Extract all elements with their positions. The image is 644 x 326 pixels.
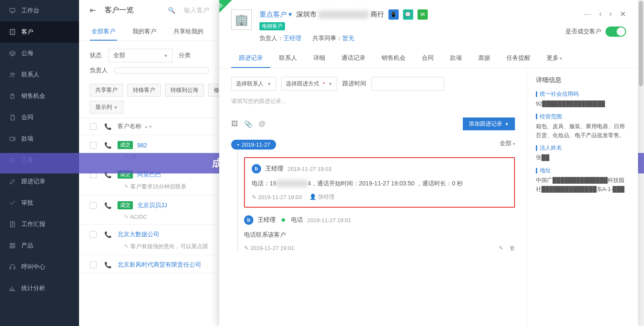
ptab-task[interactable]: 任务提醒 xyxy=(499,49,538,68)
contact-select[interactable]: 选择联系人▼ xyxy=(231,77,276,91)
attach-file-icon[interactable]: 📎 xyxy=(244,120,253,128)
customer-tag-select[interactable]: 重点客户 ▾ xyxy=(259,10,292,19)
customer-detail-panel: 成交 🏢 重点客户 ▾ 深圳市██████████商行 📱 💬 ✉ 电销客户 负… xyxy=(219,0,638,326)
timeline: 全部 2019-11-27 b 王经理 2019-11-27 19:03 电话：… xyxy=(231,140,515,251)
next-icon[interactable]: › xyxy=(609,9,612,19)
attach-at-icon[interactable]: @ xyxy=(259,120,265,128)
status-select[interactable]: 全部▼ xyxy=(109,49,173,62)
sidebar-item-callcenter[interactable]: 呼叫中心 xyxy=(0,256,79,278)
followup-textarea[interactable] xyxy=(231,95,515,116)
scope-label: 经营范围 xyxy=(536,113,629,120)
status-dot-icon xyxy=(282,218,285,222)
ptab-more[interactable]: 更多 xyxy=(539,49,570,68)
ptab-contract[interactable]: 合同 xyxy=(414,49,441,68)
svg-rect-12 xyxy=(10,267,11,269)
method-select[interactable]: 选择跟进方式*▼ xyxy=(281,77,337,91)
sidebar-item-pool[interactable]: 公海 xyxy=(0,43,79,64)
customer-name[interactable]: 982 xyxy=(137,142,147,149)
columns-button[interactable]: 显示列▼ xyxy=(90,101,124,114)
chevron-down-icon: ▼ xyxy=(114,105,118,110)
ptab-opportunity[interactable]: 销售机会 xyxy=(374,49,413,68)
filter-status-label: 状态 xyxy=(90,52,102,59)
file-icon xyxy=(9,114,16,121)
attach-image-icon[interactable]: 🖼 xyxy=(231,120,238,128)
sidebar-item-stats[interactable]: 统计分析 xyxy=(0,278,79,299)
phone-icon[interactable]: 📞 xyxy=(104,231,112,238)
uscc-value: 92████████████████ xyxy=(536,100,629,109)
panel-right: 详细信息 统一社会信用码 92████████████████ 经营范围 箱包、… xyxy=(527,68,638,326)
sidebar-item-contacts[interactable]: 联系人 xyxy=(0,64,79,85)
select-all-checkbox[interactable] xyxy=(90,123,97,130)
sidebar-item-report[interactable]: 工作汇报 xyxy=(0,214,79,235)
sidebar-item-customers[interactable]: 客户 xyxy=(0,21,79,43)
filter-class-label: 分类 xyxy=(179,52,191,59)
user-icon: 👤 张经理 xyxy=(309,193,335,201)
time-input[interactable] xyxy=(371,77,444,91)
company-icon: 🏢 xyxy=(231,9,252,30)
collapse-menu-icon[interactable]: ⇤ xyxy=(90,6,96,15)
ptab-invoice[interactable]: 票据 xyxy=(471,49,498,68)
row-checkbox[interactable] xyxy=(90,142,97,149)
owner-link[interactable]: 王经理 xyxy=(283,35,301,41)
row-checkbox[interactable] xyxy=(90,202,97,209)
avatar-icon: b xyxy=(244,215,253,225)
sidebar-item-followup[interactable]: 跟进记录 xyxy=(0,171,79,192)
monitor-icon xyxy=(9,7,16,15)
transfer-button[interactable]: 转移客户 xyxy=(127,84,161,97)
to-pool-button[interactable]: 转移到公海 xyxy=(165,84,204,97)
scope-value: 箱包、皮具、服装、家用电器、日用百货、化妆品、电子产品批发零售。 xyxy=(536,122,629,140)
mail-action-icon[interactable]: ✉ xyxy=(418,9,428,20)
phone-action-icon[interactable]: 📱 xyxy=(388,9,399,20)
ptab-contacts[interactable]: 联系人 xyxy=(271,49,305,68)
grid-icon xyxy=(9,242,16,250)
owner-select[interactable] xyxy=(115,68,209,73)
svg-rect-0 xyxy=(10,9,15,12)
search-icon[interactable]: 🔍 xyxy=(168,7,175,14)
close-icon[interactable]: ✕ xyxy=(620,9,626,19)
share-button[interactable]: 共享客户 xyxy=(90,84,123,97)
phone-icon[interactable]: 📞 xyxy=(104,142,112,149)
sidebar-item-workbench[interactable]: 工作台 xyxy=(0,0,79,21)
ptab-payment[interactable]: 款项 xyxy=(442,49,470,68)
customer-name[interactable]: 北京贝贝JJ xyxy=(137,202,167,209)
sidebar-item-opportunity[interactable]: 销售机会 xyxy=(0,85,79,107)
tab-shared[interactable]: 共享给我的 xyxy=(172,23,205,41)
sidebar-item-payment[interactable]: 款项 xyxy=(0,128,79,150)
owner-label: 负责人： xyxy=(259,35,283,41)
sidebar-item-product[interactable]: 产品 xyxy=(0,235,79,256)
row-checkbox[interactable] xyxy=(90,231,97,238)
tab-mine[interactable]: 我的客户 xyxy=(131,23,158,41)
edit-entry-icon[interactable]: ✎ xyxy=(499,245,503,251)
building-icon xyxy=(9,28,16,36)
phone-icon[interactable]: 📞 xyxy=(104,202,112,209)
sidebar-item-label: 合同 xyxy=(21,114,33,121)
sidebar-item-contract[interactable]: 合同 xyxy=(0,107,79,128)
tab-all[interactable]: 全部客户 xyxy=(90,23,117,41)
legal-value: 张██ xyxy=(536,153,629,162)
select-value: 全部 xyxy=(113,52,125,59)
sidebar-item-label: 销售机会 xyxy=(21,92,45,100)
share-link[interactable]: 暂无 xyxy=(342,35,354,41)
ptab-detail[interactable]: 详细 xyxy=(306,49,333,68)
sidebar-item-approve[interactable]: 审批 xyxy=(0,192,79,214)
share-label: 共享同事： xyxy=(312,35,342,41)
ptab-calls[interactable]: 通话记录 xyxy=(334,49,373,68)
deal-toggle[interactable] xyxy=(606,26,626,37)
tag-text: 重点客户 xyxy=(259,11,287,18)
deal-corner-badge: 成交 xyxy=(219,0,232,13)
col-label: 客户名称 xyxy=(118,123,141,130)
add-followup-button[interactable]: 添加跟进记录▼ xyxy=(463,117,515,130)
message-action-icon[interactable]: 💬 xyxy=(403,9,413,20)
edit-time-icon: ✎ 2019-11-27 19:01 xyxy=(244,245,294,251)
timeline-filter[interactable]: 全部 xyxy=(500,140,515,147)
ptab-followup[interactable]: 跟进记录 xyxy=(231,49,271,68)
more-icon[interactable]: ⋯ xyxy=(584,9,591,19)
customer-name[interactable]: 北京大数据公司 xyxy=(118,231,159,238)
delete-entry-icon[interactable]: 🗑 xyxy=(509,245,515,251)
row-checkbox[interactable] xyxy=(90,261,97,268)
prev-icon[interactable]: ‹ xyxy=(599,9,602,19)
phone-icon[interactable]: 📞 xyxy=(104,261,112,268)
scrollbar-thumb[interactable] xyxy=(639,1,643,86)
customer-name[interactable]: 北京新风时代商贸有限责任公司 xyxy=(118,261,201,269)
users-icon xyxy=(9,71,16,79)
